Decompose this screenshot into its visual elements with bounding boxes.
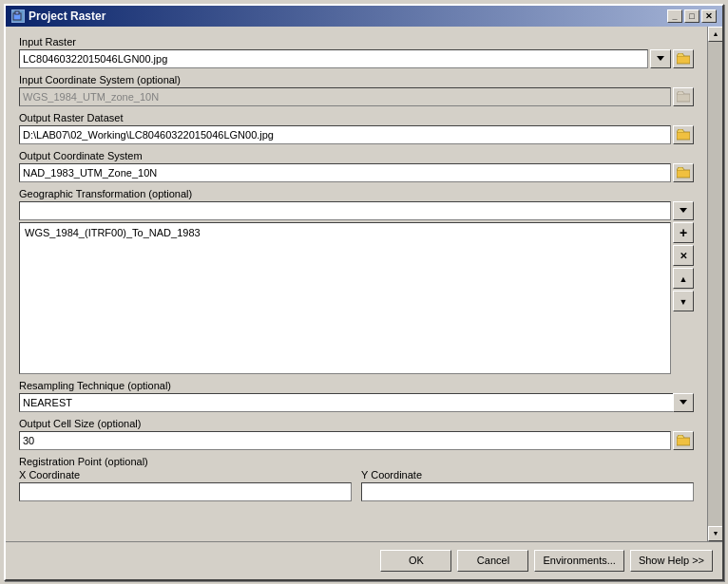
title-bar-left: Project Raster — [11, 9, 105, 23]
x-coord-label: X Coordinate — [19, 469, 352, 480]
scroll-down-btn[interactable] — [708, 526, 722, 541]
title-bar: Project Raster _ □ ✕ — [6, 6, 722, 27]
geo-transform-remove-btn[interactable] — [673, 245, 694, 266]
input-coord-row — [19, 87, 694, 106]
cell-size-label: Output Cell Size (optional) — [19, 418, 694, 429]
scroll-up-btn[interactable] — [708, 27, 722, 42]
input-coord-section: Input Coordinate System (optional) — [19, 74, 694, 106]
geo-transform-action-buttons — [673, 222, 694, 374]
input-raster-section: Input Raster — [19, 36, 694, 68]
input-coord-field — [19, 87, 671, 106]
environments-button[interactable]: Environments... — [534, 550, 623, 572]
window-title: Project Raster — [29, 9, 105, 23]
svg-rect-6 — [677, 438, 690, 445]
scroll-up-icon — [713, 29, 719, 38]
output-coord-row — [19, 163, 694, 182]
output-raster-section: Output Raster Dataset — [19, 112, 694, 144]
geo-transform-dropdown-btn[interactable] — [673, 201, 694, 220]
svg-rect-4 — [677, 132, 690, 140]
up-arrow-icon — [680, 272, 688, 285]
folder-icon-5 — [677, 435, 690, 446]
output-raster-label: Output Raster Dataset — [19, 112, 694, 123]
cancel-button[interactable]: Cancel — [457, 550, 528, 572]
remove-icon — [680, 249, 687, 262]
input-coord-browse-btn[interactable] — [673, 87, 694, 106]
folder-icon — [677, 53, 690, 65]
y-coord-label: Y Coordinate — [361, 469, 694, 480]
scroll-track[interactable] — [708, 42, 722, 526]
cell-size-browse-btn[interactable] — [673, 431, 694, 450]
output-coord-browse-btn[interactable] — [673, 163, 694, 182]
geo-transform-label: Geographic Transformation (optional) — [19, 188, 694, 199]
input-raster-row — [19, 49, 694, 68]
folder-icon-4 — [677, 167, 690, 179]
ok-button[interactable]: OK — [380, 550, 451, 572]
geo-transform-dropdown-row — [19, 201, 694, 220]
down-arrow-icon — [680, 294, 688, 308]
scroll-down-icon — [713, 529, 719, 537]
output-raster-row — [19, 125, 694, 144]
footer: OK Cancel Environments... Show Help >> — [6, 541, 722, 579]
output-raster-browse-btn[interactable] — [673, 125, 694, 144]
geo-transform-item: WGS_1984_(ITRF00)_To_NAD_1983 — [22, 225, 668, 240]
svg-rect-5 — [677, 170, 690, 178]
resampling-select-wrapper — [19, 393, 694, 412]
resampling-section: Resampling Technique (optional) — [19, 380, 694, 412]
cell-size-field[interactable] — [19, 431, 671, 450]
plus-icon — [680, 225, 687, 240]
registration-label: Registration Point (optional) — [19, 456, 694, 467]
main-content: Input Raster Input Coordinat — [6, 27, 707, 541]
input-raster-browse-btn[interactable] — [673, 49, 694, 68]
x-coord-field-wrapper: X Coordinate — [19, 469, 352, 501]
title-bar-buttons: _ □ ✕ — [667, 9, 717, 23]
resampling-field[interactable] — [19, 393, 694, 412]
y-coord-input[interactable] — [361, 482, 694, 501]
input-raster-dropdown-btn[interactable] — [650, 49, 671, 68]
close-button[interactable]: ✕ — [701, 9, 717, 23]
resampling-row — [19, 393, 694, 412]
minimize-button[interactable]: _ — [667, 9, 682, 23]
registration-section: Registration Point (optional) X Coordina… — [19, 456, 694, 501]
svg-rect-2 — [677, 56, 690, 64]
svg-rect-3 — [677, 94, 690, 102]
coord-row: X Coordinate Y Coordinate — [19, 469, 694, 501]
folder-icon-2 — [677, 91, 690, 103]
input-raster-label: Input Raster — [19, 36, 694, 47]
geo-transform-add-btn[interactable] — [673, 222, 694, 243]
resampling-label: Resampling Technique (optional) — [19, 380, 694, 391]
x-coord-input[interactable] — [19, 482, 352, 501]
input-raster-field[interactable] — [19, 49, 648, 68]
show-help-button[interactable]: Show Help >> — [630, 550, 713, 572]
input-coord-label: Input Coordinate System (optional) — [19, 74, 694, 85]
output-coord-field[interactable] — [19, 163, 671, 182]
geo-transform-down-btn[interactable] — [673, 291, 694, 311]
geo-transform-list[interactable]: WGS_1984_(ITRF00)_To_NAD_1983 — [19, 222, 671, 374]
geo-transform-dropdown-input[interactable] — [19, 201, 671, 220]
dropdown-arrow-icon — [657, 56, 664, 61]
dropdown-arrow-icon-2 — [680, 208, 687, 213]
geo-transform-up-btn[interactable] — [673, 268, 694, 289]
window-body: Input Raster Input Coordinat — [6, 27, 722, 541]
cell-size-row — [19, 431, 694, 450]
output-raster-field[interactable] — [19, 125, 671, 144]
vertical-scrollbar — [707, 27, 722, 541]
svg-rect-1 — [15, 11, 19, 14]
output-coord-label: Output Coordinate System — [19, 150, 694, 161]
window-icon — [11, 9, 25, 23]
y-coord-field-wrapper: Y Coordinate — [361, 469, 694, 501]
maximize-button[interactable]: □ — [684, 9, 699, 23]
cell-size-section: Output Cell Size (optional) — [19, 418, 694, 450]
geo-transform-section-wrapper: Geographic Transformation (optional) WGS… — [19, 188, 694, 374]
output-coord-section: Output Coordinate System — [19, 150, 694, 182]
geo-transform-list-section: WGS_1984_(ITRF00)_To_NAD_1983 — [19, 222, 694, 374]
folder-icon-3 — [677, 129, 690, 141]
project-raster-window: Project Raster _ □ ✕ Input Raster — [4, 4, 724, 581]
